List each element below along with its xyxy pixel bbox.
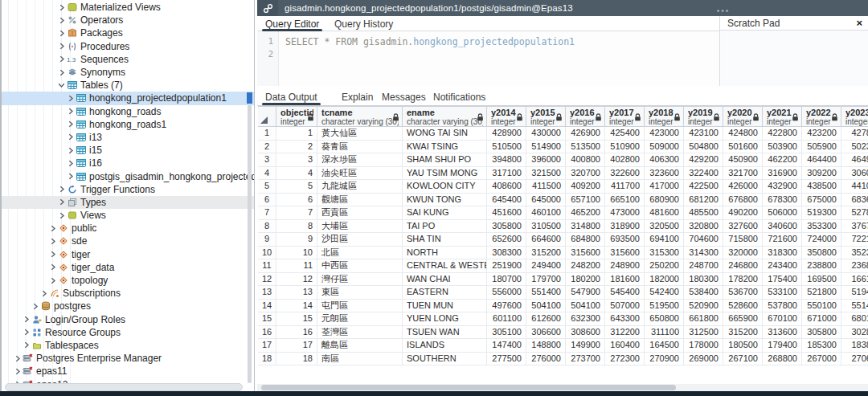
chevron-right-icon[interactable] — [48, 238, 57, 245]
column-header-y2020[interactable]: y2020integer — [723, 106, 763, 127]
cell-tcname[interactable]: 深水埗區 — [317, 153, 403, 167]
cell-objectid[interactable]: 15 — [276, 312, 317, 326]
sidebar-horizontal-scrollbar[interactable] — [5, 383, 243, 391]
cell-y2016[interactable]: 632300 — [566, 312, 605, 326]
cell-tcname[interactable]: 灣仔區 — [317, 273, 403, 287]
cell-y2019[interactable]: 520900 — [684, 300, 723, 313]
cell-tcname[interactable]: 南區 — [317, 353, 403, 366]
tab-query-editor[interactable]: Query Editor — [262, 16, 322, 31]
cell-y2022[interactable]: 238800 — [802, 259, 841, 273]
row-number[interactable]: 8 — [258, 220, 276, 234]
chevron-right-icon[interactable] — [66, 147, 75, 154]
cell-y2019[interactable]: 248700 — [684, 259, 723, 273]
cell-y2018[interactable]: 542400 — [645, 286, 684, 300]
scratch-pad-textarea[interactable] — [720, 31, 868, 86]
tree-item[interactable]: Postgres Enterprise Manager — [2, 352, 255, 365]
cell-y2020[interactable]: 321700 — [723, 167, 763, 181]
cell-y2023[interactable]: 30280 — [841, 326, 868, 340]
cell-y2018[interactable]: 270900 — [645, 353, 684, 366]
tree-item[interactable]: Types — [2, 196, 255, 209]
cell-y2014[interactable]: 497600 — [487, 300, 526, 313]
tree-item[interactable]: Subscriptions — [2, 287, 255, 300]
cell-tcname[interactable]: 東區 — [317, 286, 403, 300]
tree-item[interactable]: 1.3Sequences — [2, 53, 255, 66]
chevron-right-icon[interactable] — [31, 303, 39, 310]
cell-objectid[interactable]: 7 — [276, 206, 317, 220]
cell-y2021[interactable]: 313600 — [763, 326, 802, 340]
tree-item[interactable]: epas11 — [2, 365, 255, 378]
cell-y2018[interactable]: 481600 — [645, 206, 684, 220]
cell-y2023[interactable]: 72210 — [841, 233, 868, 247]
cell-y2015[interactable]: 306600 — [526, 326, 566, 340]
column-header-objectid[interactable]: objectidinteger — [276, 106, 317, 127]
cell-y2015[interactable]: 396000 — [526, 153, 566, 167]
row-number[interactable]: 5 — [258, 180, 276, 194]
cell-y2019[interactable]: 312500 — [684, 326, 723, 340]
cell-y2020[interactable]: 665900 — [723, 312, 763, 326]
cell-y2022[interactable]: 550100 — [802, 300, 841, 313]
cell-y2017[interactable]: 507000 — [605, 300, 645, 313]
column-header-y2017[interactable]: y2017integer — [605, 106, 645, 127]
cell-tcname[interactable]: 西貢區 — [317, 206, 403, 220]
cell-y2023[interactable]: 42780 — [841, 127, 868, 141]
chevron-right-icon[interactable] — [13, 355, 22, 362]
cell-y2022[interactable]: 350800 — [802, 247, 841, 260]
cell-y2018[interactable]: 406300 — [645, 153, 684, 167]
tree-item[interactable]: Resource Groups — [2, 326, 255, 339]
cell-y2015[interactable]: 321500 — [526, 167, 566, 181]
cell-y2021[interactable]: 537800 — [763, 300, 802, 313]
cell-ename[interactable]: NORTH — [403, 247, 487, 260]
cell-ename[interactable]: KWUN TONG — [403, 194, 487, 207]
cell-y2018[interactable]: 323600 — [645, 167, 684, 181]
column-header-y2021[interactable]: y2021integer — [763, 106, 802, 127]
chevron-right-icon[interactable] — [57, 43, 66, 50]
cell-y2017[interactable]: 643300 — [605, 312, 645, 326]
cell-y2023[interactable]: 44100 — [841, 180, 868, 194]
cell-y2020[interactable]: 327600 — [723, 220, 763, 234]
cell-y2019[interactable]: 422500 — [684, 180, 723, 194]
cell-y2023[interactable]: 30600 — [841, 167, 868, 181]
cell-tcname[interactable]: 離島區 — [317, 339, 403, 353]
cell-tcname[interactable]: 九龍城區 — [317, 180, 403, 194]
chevron-right-icon[interactable] — [57, 198, 66, 206]
cell-objectid[interactable]: 14 — [276, 300, 317, 313]
cell-y2015[interactable]: 612600 — [526, 312, 566, 326]
cell-y2018[interactable]: 509000 — [645, 141, 684, 154]
cell-y2018[interactable]: 650800 — [645, 312, 684, 326]
cell-y2023[interactable]: 27060 — [841, 353, 868, 366]
cell-tcname[interactable]: 油尖旺區 — [317, 167, 403, 181]
cell-y2015[interactable]: 664600 — [526, 233, 566, 247]
tab-messages[interactable]: Messages — [379, 88, 429, 105]
grid-select-all-corner[interactable] — [258, 106, 276, 127]
cell-y2014[interactable]: 317100 — [487, 167, 526, 181]
cell-y2018[interactable]: 315300 — [645, 247, 684, 260]
chevron-right-icon[interactable] — [57, 186, 66, 193]
chevron-right-icon[interactable] — [66, 173, 75, 180]
cell-y2015[interactable]: 315200 — [526, 247, 566, 260]
chevron-right-icon[interactable] — [48, 251, 57, 258]
tab-notifications[interactable]: Notifications — [430, 88, 489, 105]
cell-y2018[interactable]: 250200 — [645, 259, 684, 273]
row-number[interactable]: 15 — [258, 312, 276, 326]
column-header-y2023[interactable]: y2023integer — [841, 106, 868, 127]
tree-item[interactable]: Login/Group Roles — [2, 313, 255, 326]
cell-ename[interactable]: YAU TSIM MONG — [403, 167, 487, 181]
tree-item[interactable]: Procedures — [2, 40, 255, 53]
cell-y2018[interactable]: 680900 — [645, 194, 684, 207]
cell-y2014[interactable]: 180700 — [487, 273, 526, 287]
cell-y2017[interactable]: 318900 — [605, 220, 645, 234]
cell-y2014[interactable]: 645400 — [487, 194, 526, 207]
chevron-right-icon[interactable] — [66, 133, 75, 141]
cell-y2021[interactable]: 533100 — [763, 286, 802, 300]
cell-y2023[interactable]: 51940 — [841, 286, 868, 300]
cell-ename[interactable]: KOWLOON CITY — [403, 180, 487, 194]
cell-y2021[interactable]: 432900 — [763, 180, 802, 194]
cell-y2019[interactable]: 178000 — [684, 339, 723, 353]
cell-y2014[interactable]: 408600 — [487, 180, 526, 194]
cell-y2014[interactable]: 305800 — [487, 220, 526, 234]
column-header-y2014[interactable]: y2014integer — [487, 106, 526, 127]
cell-y2017[interactable]: 312200 — [605, 326, 645, 340]
grid-horizontal-scrollbar[interactable] — [257, 384, 868, 391]
cell-y2019[interactable]: 269000 — [684, 353, 723, 366]
cell-y2015[interactable]: 551400 — [526, 286, 566, 300]
